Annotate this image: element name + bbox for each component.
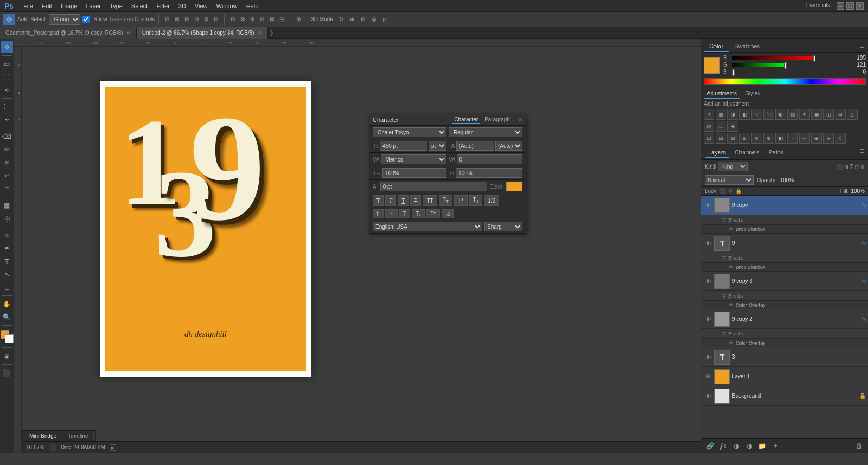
effect-eye-co-9copy2[interactable]: 👁 [729,340,733,346]
dist-right-btn[interactable]: ⊞ [248,15,257,24]
align-top-btn[interactable]: ⊟ [192,15,201,24]
layer-fx-9[interactable]: fx [862,241,866,246]
adj-btn-r1[interactable]: ⊡ [704,133,714,144]
screen-mode-btn[interactable]: ⬛ [1,367,13,379]
effect-eye-9copy3[interactable]: ▽ [722,293,726,299]
ordinal-btn[interactable]: T^ [426,209,440,218]
adj-invert[interactable]: ⊞ [835,109,846,120]
tab-untitled[interactable]: Untitled-2 @ 66.7% (Shape 1 copy 34, RGB… [137,27,268,39]
spot-heal-tool[interactable]: ⌫ [1,131,13,143]
adj-channel-mixer[interactable]: ▣ [811,109,822,120]
color-spectrum[interactable] [704,78,866,85]
adj-btn-r11[interactable]: ◈ [823,133,834,144]
filter-kind-select[interactable]: Kind Name Effect [718,162,748,171]
timeline-tab[interactable]: Timeline [62,432,94,440]
green-slider-track[interactable] [732,63,848,67]
old-fig-btn[interactable]: T [399,209,410,218]
opacity-value[interactable]: 100% [780,177,794,183]
menu-window[interactable]: Window [212,2,242,10]
tab-poster[interactable]: Geometric_Poster.psd @ 16.7% (9 copy, RG… [0,27,137,39]
superscript-btn[interactable]: T1 [454,195,468,206]
frac-btn[interactable]: 1/2 [484,195,499,206]
dist-center-btn[interactable]: ⊠ [238,15,247,24]
status-arrow[interactable]: ▶ [110,444,116,451]
tab-poster-close[interactable]: ✕ [126,30,131,36]
layer-vis-1[interactable]: 👁 [704,372,712,381]
char-panel-minimize[interactable]: ─ [512,117,516,123]
layer-item-9copy2[interactable]: 👁 9 copy 2 fx [701,309,868,329]
layer-item-1[interactable]: 👁 Layer 1 [701,367,868,386]
adj-levels[interactable]: ▦ [716,109,726,120]
menu-layer[interactable]: Layer [81,2,105,10]
dist-bot-btn[interactable]: ⊟ [277,15,286,24]
dist-mid-btn[interactable]: ⊠ [267,15,276,24]
move-tool-icon[interactable]: ✥ [3,14,15,25]
channels-tab[interactable]: Channels [731,148,763,158]
filter-shape-icon[interactable]: ◻ [854,164,859,170]
frac2-btn[interactable]: ½ [442,209,454,218]
adj-photo-filter[interactable]: ✦ [799,109,810,120]
zoom-tool[interactable]: 🔍 [1,311,13,323]
move-tool[interactable]: ✥ [1,41,13,53]
layer-style-btn[interactable]: ƒx [718,441,729,451]
adj-color-balance[interactable]: ◐ [775,109,786,120]
menu-3d[interactable]: 3D [174,2,190,10]
layer-vis-bg[interactable]: 👁 [704,392,712,401]
menu-filter[interactable]: Filter [152,2,174,10]
char-panel-close[interactable]: ✕ [518,117,522,123]
adj-btn-r8[interactable]: ◦ [787,133,798,144]
swash-btn[interactable]: ☞ [385,209,398,218]
layer-item-9copy3[interactable]: 👁 9 copy 3 fx [701,272,868,291]
adj-hsl[interactable]: ⬛ [763,109,774,120]
scale-v-input[interactable] [456,168,522,178]
adj-curves[interactable]: ◑ [727,109,738,120]
effect-eye-9copy2[interactable]: ▽ [722,331,726,337]
mini-bridge-tab[interactable]: Mini Bridge [24,432,62,440]
leading-unit-select[interactable]: (Auto) [495,141,522,151]
magic-wand-tool[interactable]: ⋄ [1,84,13,96]
3d-zoom-btn[interactable]: ⊞ [359,15,367,24]
3d-rotate-btn[interactable]: ↻ [337,15,346,24]
styles-tab[interactable]: Styles [742,89,763,99]
small-caps-btn[interactable]: TT [439,195,452,206]
background-color[interactable] [5,334,14,343]
color-tab[interactable]: Color [704,41,729,52]
layer-vis-9[interactable]: 👁 [704,239,712,248]
swatches-tab[interactable]: Swatches [729,41,765,52]
adj-btn-r3[interactable]: ⊠ [727,133,738,144]
layer-vis-3[interactable]: 👁 [704,353,712,361]
path-select-tool[interactable]: ↖ [1,268,13,280]
red-thumb[interactable] [813,55,815,62]
adj-color-lookup[interactable]: ◫ [823,109,834,120]
effect-eye-9copy[interactable]: ▽ [722,217,726,223]
adjustments-tab[interactable]: Adjustments [704,89,740,99]
auto-select-dropdown[interactable]: Group Layer [49,14,80,25]
antialiasing-select[interactable]: Sharp Crisp Strong Smooth [484,222,522,231]
clone-tool[interactable]: ⎘ [1,157,13,169]
layer-item-bg[interactable]: 👁 Background 🔒 [701,386,868,406]
layer-vis-9copy3[interactable]: 👁 [704,277,712,286]
bold-btn[interactable]: T [373,195,384,206]
tab-untitled-close[interactable]: ✕ [258,30,262,36]
layer-mask-btn[interactable]: ◑ [731,441,742,451]
new-layer-btn[interactable]: + [770,441,781,451]
lock-pixels-btn[interactable]: ⬛ [720,188,726,194]
color-swatch-preview[interactable] [704,57,720,74]
adj-btn-r12[interactable]: ◊ [835,133,846,144]
layer-fx-9copy[interactable]: fx [862,203,866,208]
align-bottom-btn[interactable]: ⊟ [212,15,220,24]
show-transform-checkbox[interactable] [82,16,90,23]
layer-item-3[interactable]: 👁 T 3 [701,347,868,367]
brush-tool[interactable]: ✏ [1,144,13,156]
history-tool[interactable]: ↩ [1,170,13,182]
blue-thumb[interactable] [732,69,735,76]
menu-image[interactable]: Image [56,2,82,10]
new-group-btn[interactable]: 📁 [757,441,768,451]
adj-gradient-map[interactable]: ▭ [716,121,726,132]
hand-tool[interactable]: ✋ [1,298,13,310]
font-size-input[interactable] [380,141,427,151]
align-left-btn[interactable]: ⊟ [163,15,171,24]
paths-tab[interactable]: Paths [765,148,787,158]
dist-top-btn[interactable]: ⊟ [258,15,266,24]
adj-btn-r10[interactable]: ◉ [811,133,822,144]
